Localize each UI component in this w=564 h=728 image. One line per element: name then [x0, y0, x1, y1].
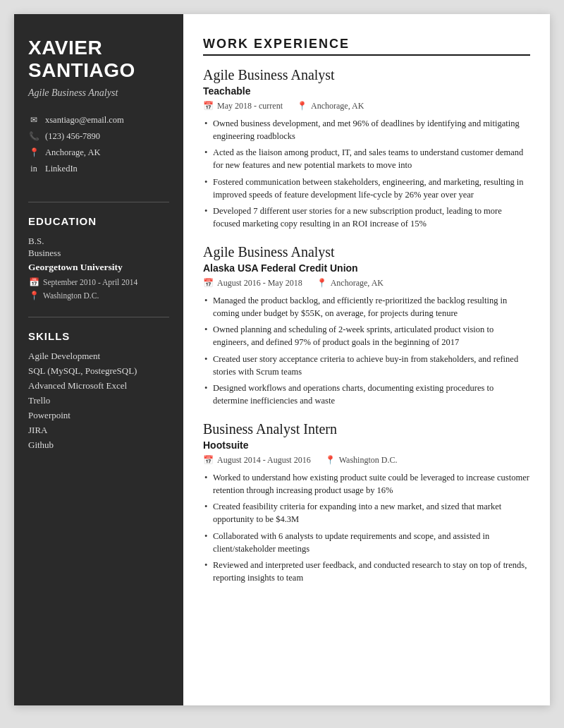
bullet-item: Owned planning and scheduling of 2-week …	[203, 323, 530, 348]
skill-item: Powerpoint	[28, 410, 169, 421]
job-location-text-1: Anchorage, AK	[311, 101, 364, 111]
job-location-text-3: Washington D.C.	[339, 455, 398, 466]
linkedin-text: LinkedIn	[45, 164, 78, 174]
skill-item: Github	[28, 439, 169, 451]
phone-text: (123) 456-7890	[45, 131, 100, 142]
divider-education	[28, 202, 169, 202]
linkedin-icon: in	[28, 163, 39, 174]
email-item: ✉ xsantiago@email.com	[28, 114, 169, 126]
edu-school: Georgetown University	[28, 262, 169, 273]
calendar-icon-1: 📅	[203, 101, 214, 111]
calendar-icon-3: 📅	[203, 455, 214, 466]
phone-item: 📞 (123) 456-7890	[28, 131, 169, 142]
skill-item: SQL (MySQL, PostegreSQL)	[28, 365, 169, 377]
edu-location-text: Washington D.C.	[43, 291, 99, 300]
location-item: 📍 Anchorage, AK	[28, 147, 169, 158]
job-meta-3: 📅 August 2014 - August 2016 📍 Washington…	[203, 455, 530, 466]
divider-skills	[28, 317, 169, 317]
email-text: xsantiago@email.com	[45, 115, 124, 126]
location-text: Anchorage, AK	[45, 147, 100, 158]
calendar-icon-2: 📅	[203, 278, 214, 289]
job-meta-2: 📅 August 2016 - May 2018 📍 Anchorage, AK	[203, 278, 530, 289]
email-icon: ✉	[28, 114, 39, 126]
job-title-3: Business Analyst Intern	[203, 421, 530, 437]
location-icon-3: 📍	[325, 455, 336, 466]
resume-wrapper: XAVIER SANTIAGO Agile Business Analyst ✉…	[14, 14, 550, 705]
sidebar: XAVIER SANTIAGO Agile Business Analyst ✉…	[14, 14, 183, 705]
job-bullets-1: Owned business development, and met 96% …	[203, 117, 530, 230]
bullet-item: Reviewed and interpreted user feedback, …	[203, 559, 530, 584]
contact-section: ✉ xsantiago@email.com 📞 (123) 456-7890 📍…	[28, 114, 169, 179]
job-dates-1: 📅 May 2018 - current	[203, 101, 283, 111]
name-line1: XAVIER	[28, 37, 102, 59]
bullet-item: Created user story acceptance criteria t…	[203, 353, 530, 378]
edu-field: Business	[28, 248, 169, 259]
main-content: WORK EXPERIENCE Agile Business Analyst T…	[183, 14, 550, 705]
bullet-item: Designed workflows and operations charts…	[203, 382, 530, 407]
bullet-item: Fostered communication between stakehold…	[203, 176, 530, 201]
job-company-3: Hootsuite	[203, 439, 530, 451]
skills-section-title: SKILLS	[28, 330, 169, 342]
job-block-2: Agile Business Analyst Alaska USA Federa…	[203, 244, 530, 407]
linkedin-item[interactable]: in LinkedIn	[28, 163, 169, 174]
skills-list: Agile Development SQL (MySQL, PostegreSQ…	[28, 351, 169, 454]
bullet-item: Created feasibility criteria for expandi…	[203, 500, 530, 526]
job-block-1: Agile Business Analyst Teachable 📅 May 2…	[203, 67, 530, 230]
edu-dates: 📅 September 2010 - April 2014	[28, 277, 169, 288]
candidate-name: XAVIER SANTIAGO	[28, 37, 169, 82]
job-dates-2: 📅 August 2016 - May 2018	[203, 278, 302, 289]
edu-location-icon: 📍	[28, 290, 39, 301]
work-experience-header: WORK EXPERIENCE	[203, 37, 530, 56]
education-section-title: EDUCATION	[28, 215, 169, 227]
edu-dates-text: September 2010 - April 2014	[43, 278, 137, 286]
edu-degree: B.S.	[28, 236, 169, 247]
job-bullets-2: Managed the product backlog, and efficie…	[203, 294, 530, 407]
edu-location: 📍 Washington D.C.	[28, 290, 169, 301]
location-icon-2: 📍	[317, 278, 327, 289]
phone-icon: 📞	[28, 131, 39, 142]
bullet-item: Acted as the liaison among product, IT, …	[203, 146, 530, 171]
job-dates-text-3: August 2014 - August 2016	[217, 455, 311, 466]
job-title-1: Agile Business Analyst	[203, 67, 530, 83]
bullet-item: Collaborated with 6 analysts to update r…	[203, 530, 530, 555]
job-location-2: 📍 Anchorage, AK	[317, 278, 384, 289]
job-dates-3: 📅 August 2014 - August 2016	[203, 455, 311, 466]
candidate-title: Agile Business Analyst	[28, 87, 169, 99]
job-block-3: Business Analyst Intern Hootsuite 📅 Augu…	[203, 421, 530, 584]
bullet-item: Managed the product backlog, and efficie…	[203, 294, 530, 320]
bullet-item: Developed 7 different user stories for a…	[203, 205, 530, 230]
skill-item: Trello	[28, 395, 169, 406]
location-icon: 📍	[28, 147, 39, 158]
skill-item: JIRA	[28, 425, 169, 436]
bullet-item: Worked to understand how existing produc…	[203, 471, 530, 497]
job-bullets-3: Worked to understand how existing produc…	[203, 471, 530, 584]
job-title-2: Agile Business Analyst	[203, 244, 530, 260]
calendar-icon: 📅	[28, 277, 39, 288]
job-dates-text-2: August 2016 - May 2018	[217, 278, 302, 289]
skill-item: Agile Development	[28, 351, 169, 362]
job-location-3: 📍 Washington D.C.	[325, 455, 398, 466]
job-location-1: 📍 Anchorage, AK	[297, 101, 364, 111]
job-dates-text-1: May 2018 - current	[217, 101, 283, 111]
name-line2: SANTIAGO	[28, 59, 135, 81]
bullet-item: Owned business development, and met 96% …	[203, 117, 530, 142]
skill-item: Advanced Microsoft Excel	[28, 380, 169, 392]
job-location-text-2: Anchorage, AK	[331, 278, 384, 289]
job-meta-1: 📅 May 2018 - current 📍 Anchorage, AK	[203, 101, 530, 111]
job-company-1: Teachable	[203, 85, 530, 97]
location-icon-1: 📍	[297, 101, 307, 111]
job-company-2: Alaska USA Federal Credit Union	[203, 262, 530, 274]
